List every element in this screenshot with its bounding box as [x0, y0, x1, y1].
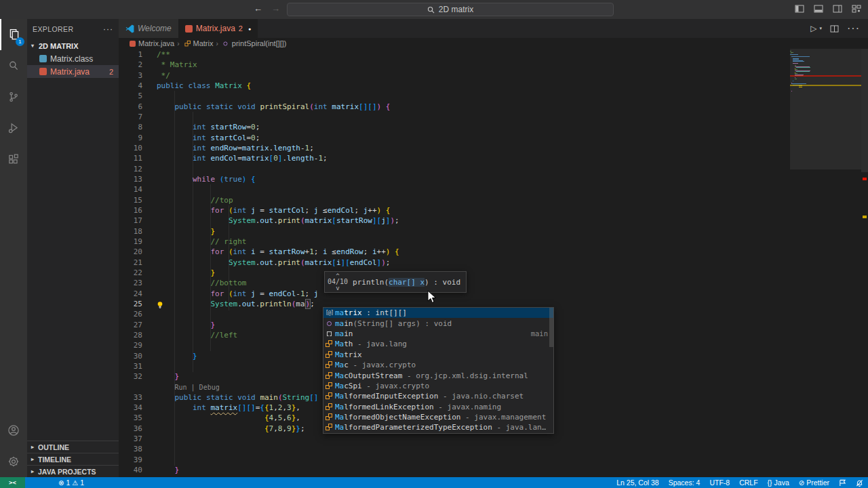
breadcrumb-method[interactable]: printSpiral(int[][]): [232, 39, 287, 47]
outline-section[interactable]: ▸ OUTLINE: [27, 441, 119, 453]
source-control-icon[interactable]: [0, 81, 27, 113]
suggest-item-main[interactable]: mainmain: [323, 329, 553, 339]
toggle-panel-icon[interactable]: [814, 5, 823, 13]
folder-section-2d-matrix[interactable]: ▾ 2D MATRIX: [27, 39, 119, 52]
code-line[interactable]: 5: [119, 91, 868, 101]
feedback-icon[interactable]: [834, 477, 851, 488]
explorer-more-actions-icon[interactable]: ···: [103, 24, 113, 34]
editor-scrollbar[interactable]: [861, 49, 868, 172]
code-line[interactable]: 13 while (true) {: [119, 174, 868, 184]
breadcrumb-sep-icon: ›: [177, 40, 179, 47]
cursor-position[interactable]: Ln 25, Col 38: [612, 477, 663, 488]
suggest-item-MacOutputStream[interactable]: MacOutputStream - org.jcp.xml.dsig.inter…: [323, 370, 553, 380]
suggest-item-MalformedParameterizedTypeException[interactable]: MalformedParameterizedTypeException - ja…: [323, 422, 553, 432]
command-center-search[interactable]: 2D matrix: [287, 3, 614, 16]
breadcrumb-file[interactable]: Matrix.java: [138, 39, 174, 47]
code-line[interactable]: 20 for (int i = startRow+1; i ≤endRow; i…: [119, 247, 868, 257]
code-line[interactable]: 1/**: [119, 49, 868, 60]
code-line[interactable]: 15 //top: [119, 195, 868, 205]
remote-indicator[interactable]: ><: [0, 477, 25, 488]
code-line[interactable]: 4public class Matrix {: [119, 81, 868, 91]
code-token: i: [251, 247, 256, 256]
code-line[interactable]: 3 */: [119, 70, 868, 81]
run-dropdown-icon[interactable]: ▾: [820, 26, 823, 31]
settings-gear-icon[interactable]: [0, 446, 27, 477]
suggest-item-Matrix[interactable]: Matrix: [323, 350, 553, 360]
tab-welcome[interactable]: Welcome: [119, 19, 178, 38]
suggest-item-main[interactable]: main(String[] args) : void: [323, 318, 553, 328]
code-line[interactable]: 14: [119, 184, 868, 195]
notifications-bell-icon[interactable]: [851, 477, 868, 488]
problems-status[interactable]: ⊗ 1 ⚠ 1: [54, 477, 89, 488]
suggest-item-MalformedInputException[interactable]: MalformedInputException - java.nio.chars…: [323, 391, 553, 401]
toggle-secondary-sidebar-icon[interactable]: [833, 5, 842, 13]
code-line[interactable]: 7: [119, 112, 868, 122]
activity-bar: 1: [0, 19, 27, 477]
code-line[interactable]: 2 * Matrix: [119, 60, 868, 70]
tab-matrix-java[interactable]: Matrix.java 2 ●: [178, 19, 258, 38]
code-line[interactable]: 6 public static void printSpiral(int mat…: [119, 102, 868, 112]
codelens-run-debug[interactable]: Run | Debug: [175, 384, 220, 391]
suggest-scrollbar[interactable]: [549, 308, 553, 347]
code-line[interactable]: 9 int startCol=0;: [119, 133, 868, 143]
code-line[interactable]: 10 int endRow=matrix.length-1;: [119, 143, 868, 153]
suggest-item-MacSpi[interactable]: MacSpi - javax.crypto: [323, 381, 553, 391]
line-number: 39: [119, 455, 142, 465]
suggest-item-matrix[interactable]: [@]matrix : int[][]: [323, 308, 553, 318]
code-token: println: [260, 300, 291, 308]
file-matrix-class[interactable]: Matrix.class: [27, 52, 119, 65]
class-file-icon: [39, 55, 47, 62]
code-line[interactable]: 19 // right: [119, 237, 868, 247]
run-debug-icon[interactable]: [0, 113, 27, 144]
code-line[interactable]: 11 int endCol=matrix[0].length-1;: [119, 153, 868, 163]
indentation[interactable]: Spaces: 4: [664, 477, 705, 488]
code-line[interactable]: 38: [119, 444, 868, 454]
run-java-icon[interactable]: ▷: [810, 24, 816, 33]
code-token: 1: [300, 289, 305, 298]
language-mode[interactable]: {} Java: [763, 477, 794, 488]
code-line[interactable]: 21 System.out.print(matrix[i][endCol]);: [119, 258, 868, 268]
toggle-sidebar-icon[interactable]: [795, 5, 804, 13]
code-line[interactable]: 23 //bottom: [119, 278, 868, 288]
suggest-item-Mac[interactable]: Mac - javax.crypto: [323, 360, 553, 370]
suggest-item-MalformedLinkException[interactable]: MalformedLinkException - javax.naming: [323, 402, 553, 412]
minimap[interactable]: [790, 49, 861, 164]
formatter-status[interactable]: ⊘ Prettier: [794, 477, 834, 488]
hint-next-icon[interactable]: v: [336, 285, 339, 291]
breadcrumb-class[interactable]: Matrix: [193, 39, 214, 47]
timeline-section[interactable]: ▸ TIMELINE: [27, 453, 119, 465]
suggest-item-Math[interactable]: Math - java.lang: [323, 339, 553, 349]
code-token: [242, 81, 247, 90]
suggest-item-MalformedObjectNameException[interactable]: MalformedObjectNameException - javax.man…: [323, 412, 553, 422]
extensions-icon[interactable]: [0, 144, 27, 175]
modified-dot-icon[interactable]: ●: [248, 26, 251, 31]
code-editor[interactable]: 1/**2 * Matrix3 */4public class Matrix {…: [119, 49, 868, 477]
code-line[interactable]: 16 for (int j = startCol; j ≤endCol; j++…: [119, 205, 868, 216]
code-line[interactable]: 37: [119, 434, 868, 444]
editor-more-actions-icon[interactable]: ···: [847, 22, 860, 35]
forward-icon[interactable]: →: [271, 3, 280, 14]
code-line[interactable]: 39: [119, 455, 868, 465]
code-line[interactable]: 12: [119, 164, 868, 174]
indent-guide: [174, 91, 175, 466]
back-icon[interactable]: ←: [254, 3, 262, 14]
file-matrix-java[interactable]: Matrix.java 2: [27, 65, 119, 78]
code-line[interactable]: 22 }: [119, 268, 868, 278]
customize-layout-icon[interactable]: [852, 5, 861, 13]
lightbulb-icon[interactable]: [156, 301, 164, 309]
encoding[interactable]: UTF-8: [705, 477, 734, 488]
code-line[interactable]: 17 System.out.print(matrix[startRow][j])…: [119, 216, 868, 226]
split-editor-icon[interactable]: [830, 25, 839, 33]
code-line[interactable]: 40 }: [119, 465, 868, 475]
java-projects-section[interactable]: ▸ JAVA PROJECTS: [27, 465, 119, 477]
code-line[interactable]: 18 }: [119, 226, 868, 237]
code-line[interactable]: 8 int startRow=0;: [119, 122, 868, 132]
explorer-icon[interactable]: 1: [0, 19, 27, 50]
code-token: }: [210, 268, 215, 277]
code-token: i: [323, 247, 328, 256]
search-view-icon[interactable]: [0, 50, 27, 81]
eol-sequence[interactable]: CRLF: [734, 477, 762, 488]
accounts-icon[interactable]: [0, 415, 27, 446]
code-token: startRow: [210, 123, 246, 131]
code-line[interactable]: 24 for (int j = endCol-1; j: [119, 289, 868, 299]
